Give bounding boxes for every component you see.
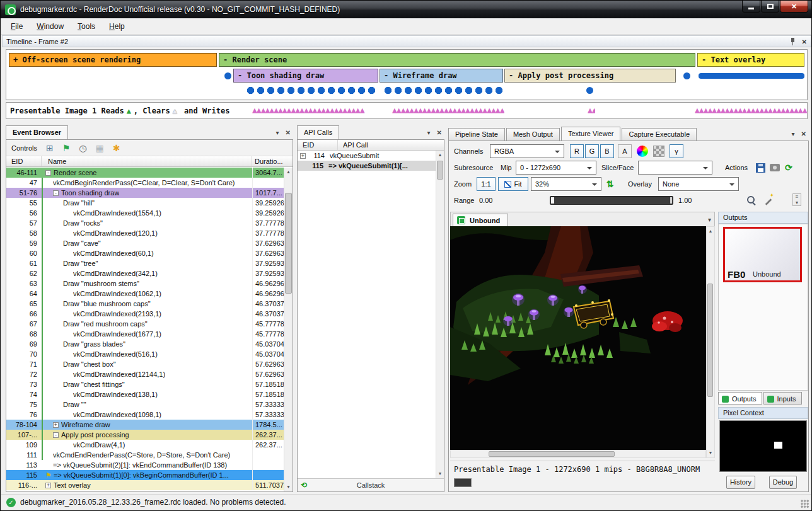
tree-toggle[interactable]: - — [53, 190, 59, 196]
event-row[interactable]: 55 Draw "hill" 39.25926 — [6, 198, 284, 208]
tab-inputs[interactable]: Inputs — [763, 392, 802, 405]
event-browser-columns[interactable]: EID Name Duratio... — [6, 156, 293, 167]
maximize-button[interactable] — [761, 1, 779, 13]
texture-horizontal-scrollbar[interactable] — [450, 450, 706, 458]
panel-close-icon[interactable] — [286, 129, 291, 136]
scroll-up-icon[interactable] — [284, 168, 293, 176]
timeline-block-render-scene[interactable]: - Render scene — [219, 53, 695, 67]
fb0-thumbnail[interactable]: FB0 Unbound — [723, 227, 802, 282]
event-row[interactable]: 60 vkCmdDrawIndexed(60,1) 37.62963 — [6, 248, 284, 258]
event-row[interactable]: 58 vkCmdDrawIndexed(120,1) 37.77778 — [6, 228, 284, 238]
callstack-section[interactable]: Callstack — [298, 478, 444, 491]
tree-toggle[interactable]: + — [300, 153, 306, 159]
tab-event-browser[interactable]: Event Browser — [6, 125, 68, 139]
tree-toggle[interactable]: + — [45, 483, 51, 488]
event-row[interactable]: 113 => vkQueueSubmit(2)[1]: vkEndCommand… — [6, 460, 284, 470]
write-markers[interactable] — [695, 105, 809, 117]
event-row[interactable]: 47 vkCmdBeginRenderPass(C=Clear, D=Clear… — [6, 178, 284, 188]
pin-icon[interactable] — [790, 37, 796, 45]
event-row[interactable]: 65 Draw "blue mushroom caps" 46.37037 — [6, 299, 284, 309]
event-dots-wireframe[interactable] — [385, 87, 504, 94]
event-row[interactable]: 71 Draw "chest box" 57.62963 — [6, 359, 284, 369]
event-dot[interactable] — [586, 87, 593, 94]
event-row[interactable]: 76 vkCmdDrawIndexed(1098,1) 57.33333 — [6, 410, 284, 420]
event-row[interactable]: 59 Draw "cave" 37.62963 — [6, 238, 284, 248]
blue-channel-button[interactable]: B — [600, 144, 614, 158]
event-row[interactable]: 75 Draw "" 57.33333 — [6, 399, 284, 410]
overlay-dropdown[interactable]: None — [658, 177, 739, 191]
menu-item[interactable]: Help — [102, 20, 132, 33]
event-row[interactable]: 70 vkCmdDrawIndexed(516,1) 45.03704 — [6, 349, 284, 359]
scroll-up-icon[interactable] — [436, 151, 444, 159]
gamma-button[interactable]: γ — [670, 144, 683, 158]
event-row[interactable]: 111 vkCmdEndRenderPass(C=Store, D=Store,… — [6, 450, 284, 460]
event-dots-toon[interactable] — [247, 87, 376, 94]
checkerboard-background-icon[interactable] — [653, 146, 664, 157]
scroll-thumb[interactable] — [437, 161, 443, 180]
event-row[interactable]: 68 vkCmdDrawIndexed(1677,1) 45.77778 — [6, 329, 284, 339]
range-options-button[interactable] — [792, 193, 801, 206]
dock-tab[interactable]: Pipeline State — [448, 128, 505, 141]
panel-menu-icon[interactable] — [792, 130, 795, 137]
scroll-down-icon[interactable] — [284, 176, 293, 185]
event-dot[interactable] — [224, 72, 231, 79]
scroll-thumb[interactable] — [285, 193, 292, 294]
timeline-toggle-icon[interactable] — [46, 144, 54, 152]
write-markers[interactable] — [588, 105, 595, 117]
event-row[interactable]: 51-76 -Toon shading draw 1017.7... — [6, 188, 284, 198]
magnifier-icon[interactable] — [746, 195, 756, 205]
event-row[interactable]: 61 Draw "tree" 37.92593 — [6, 258, 284, 268]
event-row[interactable]: 64 vkCmdDrawIndexed(1062,1) 46.96296 — [6, 289, 284, 299]
tree-toggle[interactable]: - — [53, 432, 59, 438]
column-name[interactable]: Name — [42, 156, 252, 166]
range-max-value[interactable]: 1.00 — [678, 193, 692, 207]
event-row[interactable]: 63 Draw "mushroom stems" 46.96296 — [6, 278, 284, 289]
write-markers[interactable] — [252, 105, 378, 117]
time-durations-icon[interactable] — [79, 144, 86, 152]
history-button[interactable]: History — [726, 476, 755, 489]
event-row[interactable]: 115 => vkQueueSubmit(1)[0]: vkBeginComma… — [6, 470, 284, 480]
title-bar[interactable]: debugmarker.rdc - RenderDoc Unofficial r… — [1, 1, 811, 18]
dock-tab[interactable]: Capture Executable — [622, 128, 697, 141]
tab-api-calls[interactable]: API Calls — [297, 125, 339, 139]
texture-tab-unbound[interactable]: Unbound — [453, 214, 508, 227]
event-browser-scrollbar[interactable] — [284, 168, 293, 491]
event-row[interactable]: 109 vkCmdDraw(4,1) 262.37... — [6, 440, 284, 450]
event-row[interactable]: 116-... +Text overlay 511.7037 — [6, 480, 284, 490]
snapshot-icon[interactable] — [770, 164, 780, 171]
refresh-icon[interactable] — [785, 161, 792, 174]
resize-grip[interactable] — [801, 500, 809, 508]
mip-dropdown[interactable]: 0 - 1272x690 — [516, 161, 596, 175]
debug-button[interactable]: Debug — [769, 476, 797, 489]
column-eid[interactable]: EID — [298, 140, 338, 150]
tree-toggle[interactable]: - — [45, 170, 51, 176]
save-texture-icon[interactable] — [756, 163, 765, 173]
panel-close-icon[interactable] — [437, 129, 442, 136]
green-channel-button[interactable]: G — [585, 144, 599, 158]
event-row[interactable]: 56 vkCmdDrawIndexed(1554,1) 39.25926 — [6, 208, 284, 218]
event-row[interactable]: 74 vkCmdDrawIndexed(138,1) 57.18518 — [6, 389, 284, 399]
channels-dropdown[interactable]: RGBA — [490, 144, 564, 158]
timeline-panel-header[interactable]: Timeline - Frame #2 — [2, 35, 811, 47]
texture-vertical-scrollbar[interactable] — [706, 226, 715, 458]
api-call-row[interactable]: + 114 vkQueueSubmit — [298, 151, 436, 161]
color-wheel-icon[interactable] — [637, 146, 648, 157]
panel-close-icon[interactable] — [801, 130, 806, 137]
api-calls-columns[interactable]: EID API Call — [298, 140, 444, 151]
red-channel-button[interactable]: R — [570, 144, 584, 158]
event-row[interactable]: 62 vkCmdDrawIndexed(342,1) 37.92593 — [6, 268, 284, 278]
menu-item[interactable]: File — [4, 20, 30, 33]
timeline-block-post-processing[interactable]: - Apply post processing — [504, 69, 676, 83]
event-row[interactable]: 78-104 +Wireframe draw 1784.5... — [6, 420, 284, 430]
range-slider[interactable] — [550, 196, 673, 205]
api-call-row[interactable]: 115 => vkQueueSubmit(1)[... — [298, 161, 436, 171]
api-calls-scrollbar[interactable] — [436, 151, 444, 478]
scroll-down-icon[interactable] — [707, 236, 714, 244]
timeline-block-wireframe[interactable]: - Wireframe draw — [380, 69, 503, 83]
column-eid[interactable]: EID — [6, 156, 42, 166]
stats-icon[interactable] — [95, 144, 103, 152]
scroll-thumb[interactable] — [489, 451, 615, 457]
dock-tab[interactable]: Texture Viewer — [561, 127, 621, 141]
event-row[interactable]: 46-111 -Render scene 3064.7... — [6, 168, 284, 178]
scroll-up-icon[interactable] — [707, 227, 714, 236]
